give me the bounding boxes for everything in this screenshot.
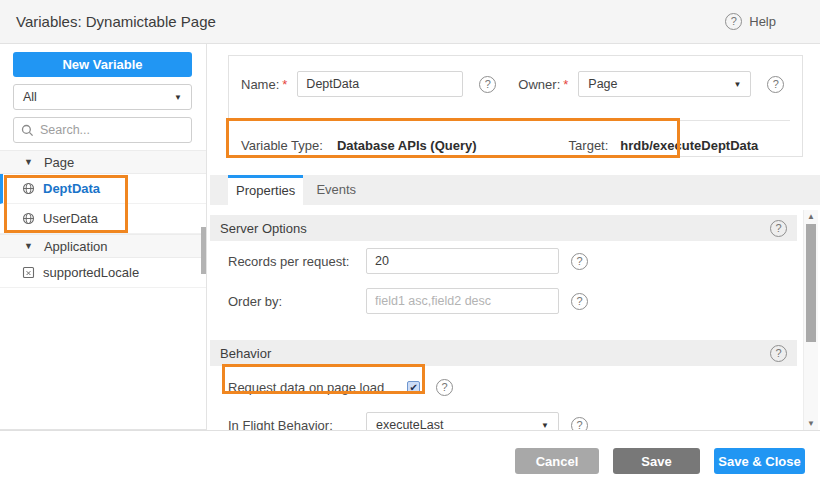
request-on-load-checkbox[interactable]: ✔ — [407, 381, 420, 394]
scroll-down-icon[interactable]: ▼ — [804, 419, 818, 428]
tree-group-page[interactable]: ▼ Page — [0, 150, 206, 174]
dialog-footer: Cancel Save Save & Close — [0, 430, 820, 488]
order-by-row: Order by: ? — [228, 288, 797, 314]
records-per-request-row: Records per request: ? — [228, 248, 797, 274]
help-label: Help — [749, 14, 776, 29]
chevron-down-icon: ▼ — [174, 93, 182, 102]
chevron-down-icon: ▼ — [733, 80, 741, 89]
page-title: Variables: Dynamictable Page — [16, 13, 216, 30]
tree-item-label: UserData — [43, 211, 98, 226]
variable-summary-panel: Name:* ? Owner:* Page ▼ ? Variable Type:… — [228, 55, 803, 157]
server-options-header: Server Options ? — [210, 215, 797, 241]
tree-group-label: Application — [44, 239, 108, 254]
tree-group-label: Page — [44, 155, 74, 170]
caret-down-icon: ▼ — [24, 241, 33, 251]
owner-select[interactable]: Page ▼ — [578, 71, 751, 97]
name-help-icon[interactable]: ? — [479, 76, 496, 93]
request-on-load-row: Request data on page load ✔ ? — [228, 374, 797, 400]
target-label: Target: — [569, 138, 609, 153]
cancel-button[interactable]: Cancel — [515, 448, 599, 474]
new-variable-button[interactable]: New Variable — [13, 52, 192, 77]
required-asterisk: * — [563, 77, 568, 92]
variables-dialog: Variables: Dynamictable Page ? Help New … — [0, 0, 820, 488]
owner-help-icon[interactable]: ? — [767, 76, 784, 93]
tree-item-deptdata[interactable]: DeptData — [0, 174, 206, 204]
dialog-header: Variables: Dynamictable Page ? Help — [0, 0, 820, 44]
variable-type-label: Variable Type: — [241, 138, 323, 153]
check-icon: ✔ — [409, 382, 417, 393]
search-icon — [21, 124, 34, 137]
name-input[interactable] — [297, 71, 463, 97]
tree-item-label: DeptData — [43, 181, 100, 196]
web-service-icon — [22, 212, 35, 225]
inflight-help-icon[interactable]: ? — [571, 417, 588, 431]
inflight-behavior-select[interactable]: executeLast ▼ — [366, 412, 559, 430]
variable-type-value: Database APIs (Query) — [337, 138, 477, 153]
detail-tabbar: Properties Events — [210, 175, 820, 205]
tree-item-supportedlocale[interactable]: supportedLocale — [0, 258, 206, 288]
inflight-behavior-row: In Flight Behavior: executeLast ▼ ? — [228, 412, 797, 430]
order-by-help-icon[interactable]: ? — [571, 293, 588, 310]
tab-properties[interactable]: Properties — [228, 175, 303, 205]
behavior-header: Behavior ? — [210, 340, 797, 366]
tree-item-userdata[interactable]: UserData — [0, 204, 206, 234]
panel-divider — [241, 120, 790, 121]
web-service-icon — [22, 182, 35, 195]
owner-selected-value: Page — [588, 77, 617, 91]
inflight-behavior-label: In Flight Behavior: — [228, 418, 366, 431]
type-target-row: Variable Type: Database APIs (Query) Tar… — [241, 132, 794, 158]
save-and-close-button[interactable]: Save & Close — [714, 448, 805, 474]
scroll-up-icon[interactable]: ▲ — [804, 212, 818, 221]
request-on-load-label: Request data on page load — [228, 380, 384, 395]
properties-scrollbar[interactable]: ▲ ▼ — [803, 210, 818, 430]
variable-detail-pane: Name:* ? Owner:* Page ▼ ? Variable Type:… — [210, 44, 820, 430]
filter-selected-value: All — [23, 90, 37, 104]
request-on-load-help-icon[interactable]: ? — [436, 379, 453, 396]
sidebar-scrollbar-thumb[interactable] — [201, 227, 206, 274]
section-title: Server Options — [220, 221, 307, 236]
server-options-section: Server Options ? Records per request: ? … — [210, 215, 797, 340]
records-per-request-input[interactable] — [366, 248, 559, 274]
inflight-selected-value: executeLast — [376, 418, 443, 430]
chevron-down-icon: ▼ — [541, 421, 549, 430]
section-help-icon[interactable]: ? — [770, 345, 787, 362]
variables-tree: ▼ Page DeptData UserData — [0, 150, 206, 288]
variables-sidebar: New Variable All ▼ ▼ Page — [0, 44, 207, 430]
records-per-request-label: Records per request: — [228, 254, 366, 269]
owner-label: Owner: — [518, 77, 560, 92]
name-owner-row: Name:* ? Owner:* Page ▼ ? — [241, 71, 794, 97]
tree-item-label: supportedLocale — [43, 265, 139, 280]
required-asterisk: * — [282, 77, 287, 92]
target-value: hrdb/executeDeptData — [620, 138, 758, 153]
name-label: Name: — [241, 77, 279, 92]
tree-group-application[interactable]: ▼ Application — [0, 234, 206, 258]
section-help-icon[interactable]: ? — [770, 220, 787, 237]
help-button[interactable]: ? Help — [725, 13, 776, 30]
scrollbar-thumb[interactable] — [806, 224, 816, 342]
help-circle-icon: ? — [725, 13, 742, 30]
order-by-input[interactable] — [366, 288, 559, 314]
order-by-label: Order by: — [228, 294, 366, 309]
records-help-icon[interactable]: ? — [571, 253, 588, 270]
save-button[interactable]: Save — [613, 448, 700, 474]
variable-search — [13, 117, 192, 143]
section-title: Behavior — [220, 346, 271, 361]
locale-variable-icon — [22, 266, 35, 279]
tab-events[interactable]: Events — [303, 175, 369, 205]
variable-filter-select[interactable]: All ▼ — [13, 84, 192, 110]
behavior-section: Behavior ? Request data on page load ✔ ?… — [210, 340, 797, 430]
search-input[interactable] — [40, 123, 184, 137]
caret-down-icon: ▼ — [24, 157, 33, 167]
